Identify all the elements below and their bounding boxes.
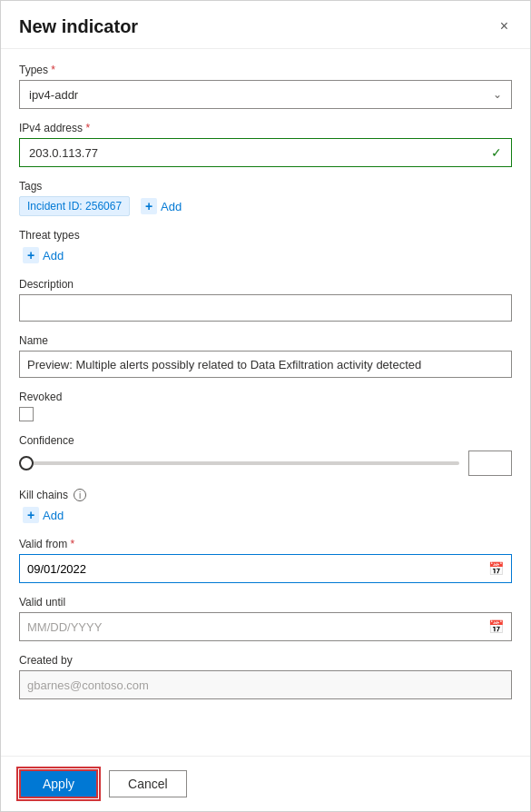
revoked-label: Revoked bbox=[19, 391, 512, 403]
ipv4-address-field-group: IPv4 address * 203.0.113.77 ✓ bbox=[19, 122, 512, 167]
name-field-group: Name bbox=[19, 334, 512, 378]
tags-label: Tags bbox=[19, 180, 512, 193]
kill-chains-label: Kill chains bbox=[19, 489, 68, 501]
check-icon: ✓ bbox=[491, 145, 502, 160]
ipv4-address-value: 203.0.113.77 bbox=[29, 146, 98, 160]
description-label: Description bbox=[19, 278, 512, 291]
valid-from-field-group: Valid from * 09/01/2022 📅 bbox=[19, 538, 512, 583]
name-label: Name bbox=[19, 334, 512, 347]
confidence-slider[interactable] bbox=[19, 461, 459, 465]
valid-from-label: Valid from * bbox=[19, 538, 512, 550]
revoked-checkbox[interactable] bbox=[19, 407, 34, 421]
tags-container: Incident ID: 256067 + Add bbox=[19, 196, 512, 216]
types-field-group: Types * ipv4-addr ⌄ bbox=[19, 64, 512, 109]
threat-types-add-label: Add bbox=[43, 249, 64, 262]
close-button[interactable]: × bbox=[497, 15, 512, 37]
modal-title: New indicator bbox=[19, 16, 138, 37]
threat-types-add-button[interactable]: + Add bbox=[19, 245, 67, 265]
kill-chains-add-label: Add bbox=[43, 509, 64, 522]
created-by-value: gbarnes@contoso.com bbox=[27, 678, 149, 692]
types-value: ipv4-addr bbox=[29, 88, 78, 102]
ipv4-address-input[interactable]: 203.0.113.77 ✓ bbox=[19, 138, 512, 167]
tags-add-label: Add bbox=[161, 200, 182, 213]
types-select[interactable]: ipv4-addr ⌄ bbox=[19, 80, 512, 109]
tags-add-button[interactable]: + Add bbox=[137, 196, 185, 216]
modal-header: New indicator × bbox=[1, 1, 530, 49]
kill-chains-header: Kill chains i bbox=[19, 489, 512, 501]
confidence-row bbox=[19, 451, 512, 476]
plus-icon: + bbox=[23, 247, 39, 263]
valid-until-field-group: Valid until MM/DD/YYYY 📅 bbox=[19, 596, 512, 641]
chevron-down-icon: ⌄ bbox=[493, 88, 502, 101]
tags-field-group: Tags Incident ID: 256067 + Add bbox=[19, 180, 512, 216]
valid-from-input[interactable]: 09/01/2022 📅 bbox=[19, 554, 512, 583]
cancel-button[interactable]: Cancel bbox=[109, 770, 187, 797]
confidence-value-box bbox=[468, 451, 512, 476]
description-field-group: Description bbox=[19, 278, 512, 322]
slider-container bbox=[19, 461, 459, 465]
calendar-icon: 📅 bbox=[488, 561, 504, 576]
created-by-input: gbarnes@contoso.com bbox=[19, 670, 512, 699]
revoked-section: Revoked bbox=[19, 391, 512, 421]
ipv4-address-label: IPv4 address * bbox=[19, 122, 512, 134]
kill-chains-section: Kill chains i + Add bbox=[19, 489, 512, 525]
description-input[interactable] bbox=[19, 294, 512, 322]
tag-chip: Incident ID: 256067 bbox=[19, 196, 130, 216]
name-input[interactable] bbox=[19, 351, 512, 378]
threat-types-section: Threat types + Add bbox=[19, 229, 512, 265]
confidence-label: Confidence bbox=[19, 434, 512, 447]
valid-from-value: 09/01/2022 bbox=[27, 562, 86, 576]
confidence-section: Confidence bbox=[19, 434, 512, 476]
info-icon[interactable]: i bbox=[74, 489, 86, 501]
modal-body: Types * ipv4-addr ⌄ IPv4 address * 203.0… bbox=[1, 49, 530, 756]
new-indicator-modal: New indicator × Types * ipv4-addr ⌄ IPv4… bbox=[0, 0, 531, 812]
revoked-checkbox-container bbox=[19, 407, 512, 421]
valid-until-input[interactable]: MM/DD/YYYY 📅 bbox=[19, 612, 512, 641]
types-label: Types * bbox=[19, 64, 512, 76]
plus-icon: + bbox=[23, 507, 39, 523]
created-by-label: Created by bbox=[19, 654, 512, 667]
created-by-field-group: Created by gbarnes@contoso.com bbox=[19, 654, 512, 699]
threat-types-label: Threat types bbox=[19, 229, 512, 242]
kill-chains-add-button[interactable]: + Add bbox=[19, 505, 67, 525]
plus-icon: + bbox=[141, 198, 157, 214]
calendar-icon: 📅 bbox=[488, 619, 504, 634]
valid-until-label: Valid until bbox=[19, 596, 512, 609]
apply-button[interactable]: Apply bbox=[19, 769, 98, 798]
modal-footer: Apply Cancel bbox=[1, 756, 530, 811]
valid-until-placeholder: MM/DD/YYYY bbox=[27, 620, 102, 634]
